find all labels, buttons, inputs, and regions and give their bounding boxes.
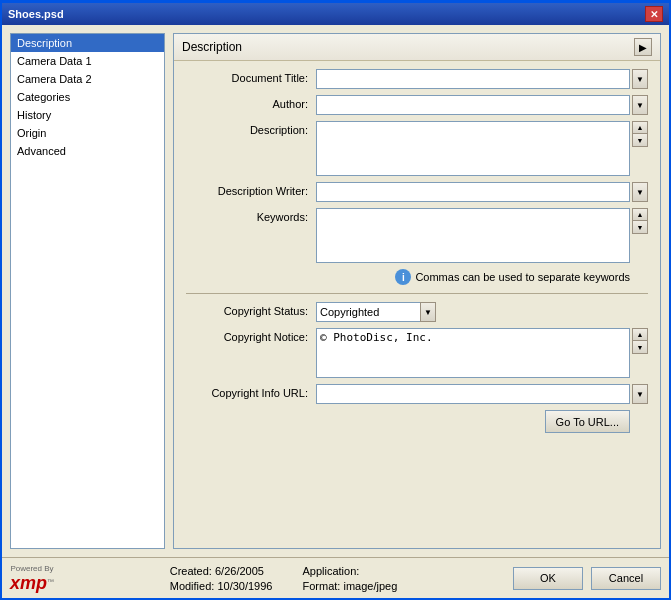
dialog-buttons: OK Cancel xyxy=(513,567,661,590)
keywords-hint-row: i Commas can be used to separate keyword… xyxy=(186,269,648,285)
main-content: Description Camera Data 1 Camera Data 2 … xyxy=(2,25,669,557)
sidebar-item-history[interactable]: History xyxy=(11,106,164,124)
description-writer-input[interactable] xyxy=(316,182,630,202)
main-window: Shoes.psd ✕ Description Camera Data 1 Ca… xyxy=(0,0,671,600)
copyright-status-label: Copyright Status: xyxy=(186,302,316,317)
ok-button[interactable]: OK xyxy=(513,567,583,590)
modified-value: 10/30/1996 xyxy=(217,580,272,592)
copyright-notice-row: Copyright Notice: © PhotoDisc, Inc. ▲ ▼ xyxy=(186,328,648,378)
copyright-url-label: Copyright Info URL: xyxy=(186,384,316,399)
close-button[interactable]: ✕ xyxy=(645,6,663,22)
keywords-input[interactable] xyxy=(316,208,630,263)
keywords-scroll-up[interactable]: ▲ xyxy=(633,209,647,221)
author-scroll[interactable]: ▼ xyxy=(632,95,648,115)
sidebar: Description Camera Data 1 Camera Data 2 … xyxy=(10,33,165,549)
panel-nav-arrow[interactable]: ▶ xyxy=(634,38,652,56)
form-area: Document Title: ▼ Author: ▼ De xyxy=(174,61,660,548)
document-title-row: Document Title: ▼ xyxy=(186,69,648,89)
application-label: Application: xyxy=(302,565,359,577)
meta-col-right: Application: Format: image/jpeg xyxy=(302,565,397,592)
right-panel: Description ▶ Document Title: ▼ Author: xyxy=(173,33,661,549)
copyright-url-row: Copyright Info URL: http://www.photodisc… xyxy=(186,384,648,404)
copyright-notice-scroll-down[interactable]: ▼ xyxy=(633,341,647,353)
meta-info: Created: 6/26/2005 Modified: 10/30/1996 … xyxy=(170,565,398,592)
description-row: Description: ▲ ▼ xyxy=(186,121,648,176)
document-title-input[interactable] xyxy=(316,69,630,89)
created-value: 6/26/2005 xyxy=(215,565,264,577)
xmp-text: xmp xyxy=(10,573,47,593)
sidebar-item-description[interactable]: Description xyxy=(11,34,164,52)
copyright-status-select[interactable]: Copyrighted Public Domain Unknown xyxy=(316,302,436,322)
xmp-logo: Powered By xmp™ xyxy=(10,564,54,592)
goto-url-button[interactable]: Go To URL... xyxy=(545,410,630,433)
copyright-status-field-wrapper: Copyrighted Public Domain Unknown ▼ xyxy=(316,302,648,322)
xmp-brand: xmp™ xyxy=(10,574,54,592)
author-label: Author: xyxy=(186,95,316,110)
keywords-label: Keywords: xyxy=(186,208,316,223)
description-writer-field-wrapper: ▼ xyxy=(316,182,648,202)
copyright-status-select-wrapper: Copyrighted Public Domain Unknown ▼ xyxy=(316,302,436,322)
description-label: Description: xyxy=(186,121,316,136)
copyright-notice-field-wrapper: © PhotoDisc, Inc. ▲ ▼ xyxy=(316,328,648,378)
tm-mark: ™ xyxy=(47,578,54,585)
modified-label: Modified: xyxy=(170,580,215,592)
panel-header: Description ▶ xyxy=(174,34,660,61)
keywords-row: Keywords: ▲ ▼ xyxy=(186,208,648,263)
goto-url-row: Go To URL... xyxy=(186,410,648,433)
document-title-field-wrapper: ▼ xyxy=(316,69,648,89)
info-icon: i xyxy=(395,269,411,285)
copyright-url-scroll[interactable]: ▼ xyxy=(632,384,648,404)
copyright-url-input[interactable]: http://www.photodisc.com/ xyxy=(316,384,630,404)
description-scroll-down[interactable]: ▼ xyxy=(633,134,647,146)
panel-title: Description xyxy=(182,40,242,54)
description-writer-row: Description Writer: ▼ xyxy=(186,182,648,202)
author-row: Author: ▼ xyxy=(186,95,648,115)
bottom-bar: Powered By xmp™ Created: 6/26/2005 Modif… xyxy=(2,557,669,598)
keywords-field-wrapper: ▲ ▼ xyxy=(316,208,648,263)
sidebar-item-categories[interactable]: Categories xyxy=(11,88,164,106)
format-label: Format: xyxy=(302,580,340,592)
author-input[interactable] xyxy=(316,95,630,115)
copyright-status-row: Copyright Status: Copyrighted Public Dom… xyxy=(186,302,648,322)
keywords-scroll-down[interactable]: ▼ xyxy=(633,221,647,233)
window-title: Shoes.psd xyxy=(8,8,64,20)
section-divider xyxy=(186,293,648,294)
description-input[interactable] xyxy=(316,121,630,176)
sidebar-item-advanced[interactable]: Advanced xyxy=(11,142,164,160)
cancel-button[interactable]: Cancel xyxy=(591,567,661,590)
created-label: Created: xyxy=(170,565,212,577)
sidebar-item-camera-data-1[interactable]: Camera Data 1 xyxy=(11,52,164,70)
description-writer-scroll[interactable]: ▼ xyxy=(632,182,648,202)
keywords-scroll: ▲ ▼ xyxy=(632,208,648,234)
keywords-hint: Commas can be used to separate keywords xyxy=(415,271,630,283)
title-bar: Shoes.psd ✕ xyxy=(2,3,669,25)
meta-col-left: Created: 6/26/2005 Modified: 10/30/1996 xyxy=(170,565,273,592)
created-info: Created: 6/26/2005 xyxy=(170,565,273,577)
copyright-notice-input[interactable]: © PhotoDisc, Inc. xyxy=(316,328,630,378)
description-scroll-up[interactable]: ▲ xyxy=(633,122,647,134)
description-scroll: ▲ ▼ xyxy=(632,121,648,147)
format-info: Format: image/jpeg xyxy=(302,580,397,592)
sidebar-item-origin[interactable]: Origin xyxy=(11,124,164,142)
author-field-wrapper: ▼ xyxy=(316,95,648,115)
description-field-wrapper: ▲ ▼ xyxy=(316,121,648,176)
document-title-scroll[interactable]: ▼ xyxy=(632,69,648,89)
modified-info: Modified: 10/30/1996 xyxy=(170,580,273,592)
copyright-url-field-wrapper: http://www.photodisc.com/ ▼ xyxy=(316,384,648,404)
copyright-notice-scroll: ▲ ▼ xyxy=(632,328,648,354)
copyright-notice-scroll-up[interactable]: ▲ xyxy=(633,329,647,341)
sidebar-item-camera-data-2[interactable]: Camera Data 2 xyxy=(11,70,164,88)
powered-by-label: Powered By xyxy=(10,564,53,573)
copyright-notice-label: Copyright Notice: xyxy=(186,328,316,343)
application-info: Application: xyxy=(302,565,397,577)
format-value: image/jpeg xyxy=(343,580,397,592)
description-writer-label: Description Writer: xyxy=(186,182,316,197)
document-title-label: Document Title: xyxy=(186,69,316,84)
